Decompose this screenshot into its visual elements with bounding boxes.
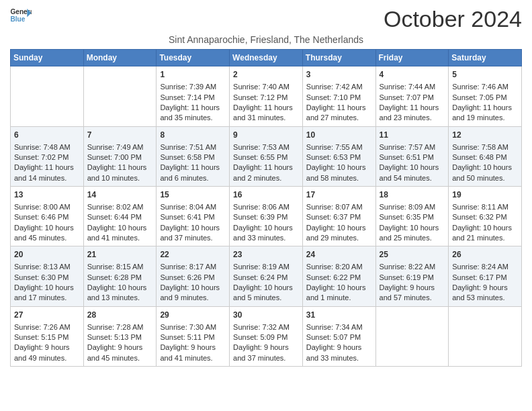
- day-number: 13: [14, 189, 80, 201]
- sunrise-text: Sunrise: 7:55 AM: [306, 143, 363, 151]
- calendar-cell: 10Sunrise: 7:55 AMSunset: 6:53 PMDayligh…: [302, 126, 375, 186]
- sunrise-text: Sunrise: 7:26 AM: [14, 323, 71, 331]
- sunrise-text: Sunrise: 8:20 AM: [306, 263, 363, 271]
- main-title: October 2024: [384, 7, 522, 32]
- sunset-text: Sunset: 6:46 PM: [14, 213, 69, 221]
- day-number: 1: [160, 69, 226, 81]
- calendar-cell: 5Sunrise: 7:46 AMSunset: 7:05 PMDaylight…: [449, 66, 522, 126]
- day-number: 3: [306, 69, 372, 81]
- sunset-text: Sunset: 6:55 PM: [233, 153, 287, 161]
- calendar-cell: 21Sunrise: 8:15 AMSunset: 6:28 PMDayligh…: [83, 246, 157, 306]
- sunrise-text: Sunrise: 8:06 AM: [233, 203, 290, 211]
- sunset-text: Sunset: 6:28 PM: [87, 273, 142, 281]
- sunset-text: Sunset: 7:00 PM: [87, 153, 142, 161]
- calendar-cell: [83, 66, 157, 126]
- sunset-text: Sunset: 7:02 PM: [14, 153, 69, 161]
- sunrise-text: Sunrise: 7:44 AM: [380, 83, 436, 91]
- day-number: 25: [380, 249, 445, 261]
- day-number: 22: [160, 249, 226, 261]
- sunset-text: Sunset: 5:09 PM: [233, 333, 287, 341]
- daylight-text: Daylight: 10 hours and 29 minutes.: [306, 224, 366, 242]
- calendar-cell: 26Sunrise: 8:24 AMSunset: 6:17 PMDayligh…: [449, 246, 522, 306]
- calendar-cell: 9Sunrise: 7:53 AMSunset: 6:55 PMDaylight…: [230, 126, 303, 186]
- day-number: 9: [233, 130, 299, 141]
- week-row-4: 27Sunrise: 7:26 AMSunset: 5:15 PMDayligh…: [11, 306, 522, 366]
- sunset-text: Sunset: 6:30 PM: [14, 273, 69, 281]
- day-number: 10: [306, 130, 372, 141]
- daylight-text: Daylight: 10 hours and 58 minutes.: [306, 163, 366, 181]
- sunrise-text: Sunrise: 8:15 AM: [87, 263, 144, 271]
- daylight-text: Daylight: 10 hours and 33 minutes.: [233, 224, 293, 242]
- sunrise-text: Sunrise: 7:30 AM: [160, 323, 216, 331]
- sunrise-text: Sunrise: 8:22 AM: [380, 263, 436, 271]
- calendar-cell: 19Sunrise: 8:11 AMSunset: 6:32 PMDayligh…: [449, 187, 522, 246]
- daylight-text: Daylight: 11 hours and 6 minutes.: [160, 163, 220, 181]
- daylight-text: Daylight: 10 hours and 41 minutes.: [87, 224, 147, 242]
- daylight-text: Daylight: 9 hours and 45 minutes.: [87, 343, 143, 361]
- col-saturday: Saturday: [449, 50, 522, 66]
- calendar-cell: 24Sunrise: 8:20 AMSunset: 6:22 PMDayligh…: [302, 246, 375, 306]
- calendar-cell: [449, 306, 522, 366]
- sunset-text: Sunset: 5:07 PM: [306, 333, 361, 341]
- sunset-text: Sunset: 6:24 PM: [233, 273, 287, 281]
- sunrise-text: Sunrise: 7:51 AM: [160, 143, 216, 151]
- sunset-text: Sunset: 6:26 PM: [160, 273, 214, 281]
- daylight-text: Daylight: 9 hours and 57 minutes.: [380, 283, 435, 302]
- calendar-cell: 18Sunrise: 8:09 AMSunset: 6:35 PMDayligh…: [375, 187, 449, 246]
- sunset-text: Sunset: 5:11 PM: [160, 333, 214, 341]
- sunrise-text: Sunrise: 8:02 AM: [87, 203, 144, 211]
- day-number: 4: [380, 69, 445, 81]
- sunset-text: Sunset: 7:07 PM: [380, 93, 434, 101]
- sunset-text: Sunset: 6:48 PM: [452, 153, 506, 161]
- calendar-cell: 11Sunrise: 7:57 AMSunset: 6:51 PMDayligh…: [375, 126, 449, 186]
- calendar-cell: 22Sunrise: 8:17 AMSunset: 6:26 PMDayligh…: [157, 246, 230, 306]
- calendar-cell: 7Sunrise: 7:49 AMSunset: 7:00 PMDaylight…: [83, 126, 157, 186]
- daylight-text: Daylight: 10 hours and 54 minutes.: [380, 163, 439, 181]
- sunset-text: Sunset: 6:22 PM: [306, 273, 361, 281]
- sunrise-text: Sunrise: 8:17 AM: [160, 263, 216, 271]
- daylight-text: Daylight: 11 hours and 35 minutes.: [160, 103, 220, 122]
- calendar-cell: 15Sunrise: 8:04 AMSunset: 6:41 PMDayligh…: [157, 187, 230, 246]
- page-header: General Blue October 2024: [10, 7, 522, 32]
- sunset-text: Sunset: 6:44 PM: [87, 213, 142, 221]
- sunset-text: Sunset: 6:32 PM: [452, 213, 506, 221]
- day-number: 29: [160, 310, 226, 321]
- day-number: 19: [452, 189, 518, 201]
- sunrise-text: Sunrise: 7:32 AM: [233, 323, 290, 331]
- daylight-text: Daylight: 10 hours and 13 minutes.: [87, 283, 147, 302]
- week-row-3: 20Sunrise: 8:13 AMSunset: 6:30 PMDayligh…: [11, 246, 522, 306]
- day-number: 15: [160, 189, 226, 201]
- subtitle: Sint Annaparochie, Friesland, The Nether…: [10, 34, 522, 45]
- calendar-cell: 29Sunrise: 7:30 AMSunset: 5:11 PMDayligh…: [157, 306, 230, 366]
- sunset-text: Sunset: 6:19 PM: [380, 273, 434, 281]
- svg-text:Blue: Blue: [10, 15, 25, 23]
- day-number: 20: [14, 249, 80, 261]
- col-friday: Friday: [375, 50, 449, 66]
- daylight-text: Daylight: 9 hours and 37 minutes.: [233, 343, 289, 361]
- sunset-text: Sunset: 6:51 PM: [380, 153, 434, 161]
- calendar-cell: 25Sunrise: 8:22 AMSunset: 6:19 PMDayligh…: [375, 246, 449, 306]
- calendar-cell: 4Sunrise: 7:44 AMSunset: 7:07 PMDaylight…: [375, 66, 449, 126]
- calendar-cell: 2Sunrise: 7:40 AMSunset: 7:12 PMDaylight…: [230, 66, 303, 126]
- daylight-text: Daylight: 10 hours and 25 minutes.: [380, 224, 439, 242]
- calendar-cell: 27Sunrise: 7:26 AMSunset: 5:15 PMDayligh…: [11, 306, 84, 366]
- week-row-0: 1Sunrise: 7:39 AMSunset: 7:14 PMDaylight…: [11, 66, 522, 126]
- daylight-text: Daylight: 10 hours and 21 minutes.: [452, 224, 512, 242]
- day-number: 26: [452, 249, 518, 261]
- day-number: 5: [452, 69, 518, 81]
- sunset-text: Sunset: 6:41 PM: [160, 213, 214, 221]
- daylight-text: Daylight: 11 hours and 31 minutes.: [233, 103, 293, 122]
- day-number: 16: [233, 189, 299, 201]
- calendar-cell: 14Sunrise: 8:02 AMSunset: 6:44 PMDayligh…: [83, 187, 157, 246]
- sunrise-text: Sunrise: 8:04 AM: [160, 203, 216, 211]
- week-row-1: 6Sunrise: 7:48 AMSunset: 7:02 PMDaylight…: [11, 126, 522, 186]
- calendar-cell: 12Sunrise: 7:58 AMSunset: 6:48 PMDayligh…: [449, 126, 522, 186]
- day-number: 24: [306, 249, 372, 261]
- calendar-cell: 31Sunrise: 7:34 AMSunset: 5:07 PMDayligh…: [302, 306, 375, 366]
- calendar-cell: [375, 306, 449, 366]
- sunrise-text: Sunrise: 8:07 AM: [306, 203, 363, 211]
- day-number: 30: [233, 310, 299, 321]
- week-row-2: 13Sunrise: 8:00 AMSunset: 6:46 PMDayligh…: [11, 187, 522, 246]
- day-number: 8: [160, 130, 226, 141]
- sunrise-text: Sunrise: 7:57 AM: [380, 143, 436, 151]
